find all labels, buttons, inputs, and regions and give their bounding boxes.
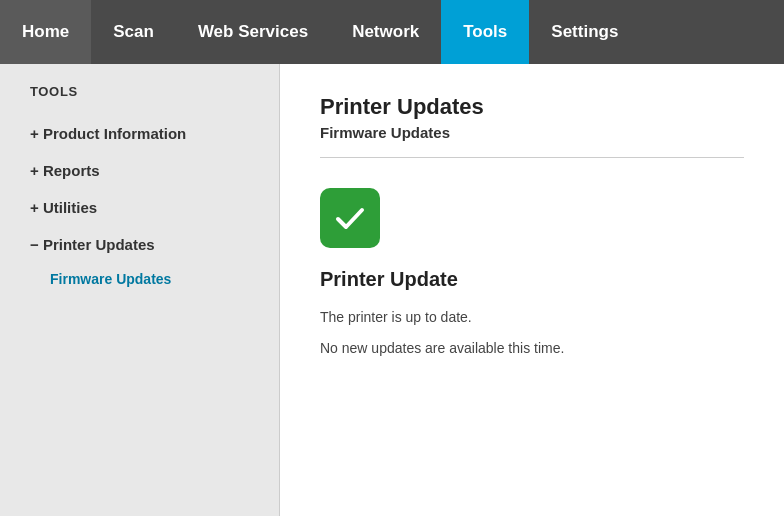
sidebar-section-reports[interactable]: + Reports	[0, 152, 279, 189]
top-navigation: Home Scan Web Services Network Tools Set…	[0, 0, 784, 64]
update-section-title: Printer Update	[320, 268, 744, 291]
content-sub-title: Firmware Updates	[320, 124, 744, 141]
sidebar-section-printer-updates[interactable]: − Printer Updates	[0, 226, 279, 263]
sidebar-sub-item-firmware-updates[interactable]: Firmware Updates	[0, 263, 279, 295]
nav-item-tools[interactable]: Tools	[441, 0, 529, 64]
sidebar-section-product-info[interactable]: + Product Information	[0, 115, 279, 152]
nav-item-home[interactable]: Home	[0, 0, 91, 64]
sidebar-section-utilities[interactable]: + Utilities	[0, 189, 279, 226]
sidebar: TOOLS + Product Information + Reports + …	[0, 64, 280, 516]
update-status-line1: The printer is up to date.	[320, 307, 744, 328]
sidebar-title: TOOLS	[0, 84, 279, 115]
nav-item-web-services[interactable]: Web Services	[176, 0, 330, 64]
main-layout: TOOLS + Product Information + Reports + …	[0, 64, 784, 516]
nav-item-settings[interactable]: Settings	[529, 0, 640, 64]
content-area: Printer Updates Firmware Updates Printer…	[280, 64, 784, 516]
nav-item-scan[interactable]: Scan	[91, 0, 176, 64]
content-header: Printer Updates Firmware Updates	[320, 94, 744, 158]
update-status-line2: No new updates are available this time.	[320, 338, 744, 359]
content-main-title: Printer Updates	[320, 94, 744, 120]
success-checkmark-icon	[320, 188, 380, 248]
nav-item-network[interactable]: Network	[330, 0, 441, 64]
